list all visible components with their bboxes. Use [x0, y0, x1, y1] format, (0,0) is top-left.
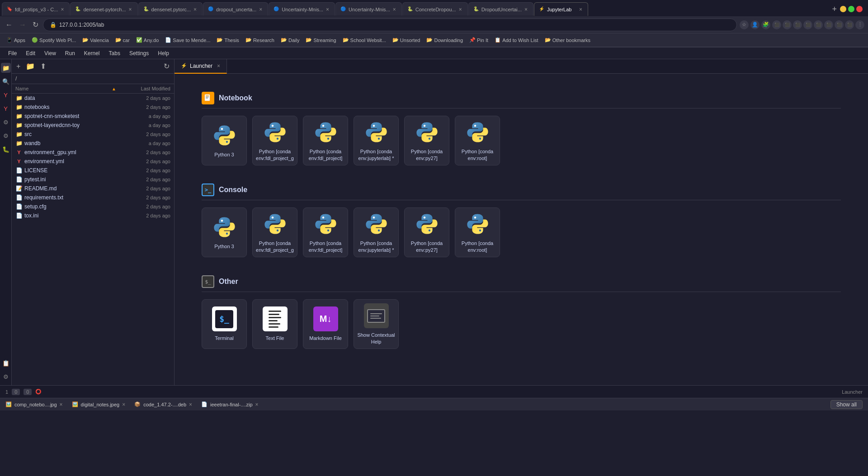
other-item-card-markdown[interactable]: M↓ Markdown File [303, 299, 348, 349]
show-all-button[interactable]: Show all [830, 400, 863, 409]
bookmark-item-10[interactable]: 📂School Websit... [340, 36, 389, 44]
browser-tab-t9[interactable]: ⚡ JupyterLab × [534, 2, 588, 16]
minimize-button[interactable] [840, 6, 846, 12]
notebook-kernel-card[interactable]: Python [conda env:fdl_project_g [252, 116, 297, 165]
maximize-button[interactable] [848, 6, 854, 12]
download-item-close[interactable]: × [122, 401, 125, 408]
close-window-button[interactable] [856, 6, 863, 12]
sidebar-icon-bottom2[interactable]: ⚙ [1, 372, 11, 382]
file-row[interactable]: Y environment.yml 2 days ago [12, 157, 174, 166]
browser-tab-t7[interactable]: 🐍 ConcreteDropou... × [402, 2, 468, 16]
profile-icon[interactable]: 👤 [750, 20, 760, 29]
bookmark-item-11[interactable]: 📂Unsorted [390, 36, 423, 44]
new-tab-button[interactable]: + [829, 5, 840, 14]
file-row[interactable]: 📁 notebooks 2 days ago [12, 103, 174, 112]
bookmark-item-12[interactable]: 📂Downloading [424, 36, 466, 44]
nav-extra-1[interactable]: ⬛ [772, 20, 781, 29]
notebook-kernel-card[interactable]: Python [conda env:root] [455, 116, 500, 165]
console-kernel-card[interactable]: Python 3 [202, 207, 247, 257]
tab-close-button[interactable]: × [193, 6, 198, 13]
browser-tab-t6[interactable]: 🔵 Uncertainty-Mnis... × [335, 2, 402, 16]
new-folder-button[interactable]: 📁 [24, 61, 37, 71]
bookmark-item-5[interactable]: 📄Save to Mende... [162, 36, 213, 44]
file-row[interactable]: 📁 spotnet-layeredcnn-toy a day ago [12, 121, 174, 130]
other-item-card-help[interactable]: Show Contextual Help [354, 299, 399, 349]
menu-item-file[interactable]: File [4, 49, 21, 58]
file-row[interactable]: 📄 requirements.txt 2 days ago [12, 193, 174, 202]
settings-icon[interactable]: ⋮ [855, 20, 864, 29]
file-row[interactable]: Y environment_gpu.yml 2 days ago [12, 148, 174, 157]
notebook-kernel-card[interactable]: Python [conda env:py27] [404, 116, 449, 165]
nav-extra-3[interactable]: ⬛ [793, 20, 802, 29]
menu-item-settings[interactable]: Settings [125, 49, 153, 58]
extensions-icon[interactable]: 🧩 [761, 20, 770, 29]
nav-extra-6[interactable]: ⬛ [824, 20, 833, 29]
menu-item-edit[interactable]: Edit [21, 49, 40, 58]
bookmark-item-8[interactable]: 📂Daily [278, 36, 302, 44]
nav-extra-7[interactable]: ⬛ [835, 20, 844, 29]
bookmark-item-2[interactable]: 📂Valencia [80, 36, 111, 44]
url-bar[interactable]: 🔒 127.0.0.1:2005/lab [43, 19, 737, 31]
file-row[interactable]: 📄 pytest.ini 2 days ago [12, 175, 174, 184]
file-header[interactable]: Name ▲ Last Modified [12, 84, 174, 94]
menu-item-help[interactable]: Help [153, 49, 174, 58]
sidebar-icon-search[interactable]: 🔍 [1, 76, 11, 86]
bookmark-item-15[interactable]: 📂Other bookmarks [542, 36, 593, 44]
tab-close-button[interactable]: × [258, 6, 263, 13]
menu-item-tabs[interactable]: Tabs [104, 49, 125, 58]
console-kernel-card[interactable]: Python [conda env:py27] [404, 207, 449, 257]
reload-button[interactable]: ↻ [31, 19, 40, 30]
tab-close-button[interactable]: × [524, 6, 528, 13]
tab-close-button[interactable]: × [392, 6, 397, 13]
browser-tab-t8[interactable]: 🐍 DropoutUncertai... × [468, 2, 533, 16]
nav-extra-5[interactable]: ⬛ [814, 20, 823, 29]
new-file-button[interactable]: + [14, 61, 22, 71]
browser-tab-t4[interactable]: 🔵 dropout_uncerta... × [203, 2, 268, 16]
bookmark-star-icon[interactable]: ☆ [740, 20, 749, 29]
bookmark-item-6[interactable]: 📂Thesis [214, 36, 241, 44]
bookmark-item-9[interactable]: 📂Streaming [303, 36, 339, 44]
bookmark-item-1[interactable]: 🟢Spotify Web Pl... [29, 36, 79, 44]
download-item-close[interactable]: × [60, 401, 63, 408]
download-item-close[interactable]: × [189, 401, 192, 408]
sidebar-icon-git[interactable]: Y [1, 90, 11, 100]
bookmark-item-0[interactable]: 📱Apps [4, 36, 28, 44]
launcher-tab-close[interactable]: × [217, 63, 220, 69]
tab-close-button[interactable]: × [325, 6, 330, 13]
bookmark-item-3[interactable]: 📂car [113, 36, 132, 44]
sidebar-icon-bottom1[interactable]: 📋 [1, 358, 11, 368]
back-button[interactable]: ← [4, 20, 14, 30]
browser-tab-t3[interactable]: 🐍 densenet.pytorc... × [138, 2, 203, 16]
file-row[interactable]: 📄 LICENSE 2 days ago [12, 166, 174, 175]
launcher-tab[interactable]: ⚡ Launcher × [175, 59, 227, 74]
sidebar-icon-files[interactable]: 📁 [1, 63, 11, 73]
tab-close-button[interactable]: × [458, 6, 463, 13]
nav-extra-2[interactable]: ⬛ [783, 20, 792, 29]
sidebar-icon-extensions[interactable]: ⚙ [1, 131, 11, 141]
upload-button[interactable]: ⬆ [38, 61, 48, 71]
browser-tab-t1[interactable]: 🔖 fdl_protips_v3 - C... × [2, 2, 70, 16]
browser-tab-t2[interactable]: 🐍 densenet-pytorch... × [70, 2, 137, 16]
sidebar-icon-build[interactable]: ⚙ [1, 117, 11, 127]
file-row[interactable]: 📁 src 2 days ago [12, 130, 174, 139]
file-row[interactable]: 📄 setup.cfg 2 days ago [12, 202, 174, 211]
nav-extra-8[interactable]: ⬛ [845, 20, 854, 29]
bookmark-item-14[interactable]: 📋Add to Wish List [492, 36, 541, 44]
tab-close-button[interactable]: × [578, 6, 583, 13]
console-kernel-card[interactable]: Python [conda env:fdl_project] [303, 207, 348, 257]
tab-close-button[interactable]: × [128, 6, 133, 13]
browser-tab-t5[interactable]: 🔵 Uncertainty-Mnis... × [269, 2, 335, 16]
file-row[interactable]: 📄 tox.ini 2 days ago [12, 211, 174, 220]
console-kernel-card[interactable]: Python [conda env:fdl_project_g [252, 207, 297, 257]
bookmark-item-4[interactable]: ✅Any.do [133, 36, 161, 44]
console-kernel-card[interactable]: Python [conda env:root] [455, 207, 500, 257]
menu-item-view[interactable]: View [40, 49, 61, 58]
refresh-button[interactable]: ↻ [162, 61, 171, 71]
file-row[interactable]: 📁 spotnet-cnn-smoketest a day ago [12, 112, 174, 121]
menu-item-kernel[interactable]: Kernel [80, 49, 104, 58]
file-row[interactable]: 📁 data 2 days ago [12, 94, 174, 103]
nav-extra-4[interactable]: ⬛ [803, 20, 812, 29]
tab-close-button[interactable]: × [60, 6, 65, 13]
sidebar-icon-git2[interactable]: Y [1, 104, 11, 113]
bookmark-item-13[interactable]: 📌Pin It [467, 36, 491, 44]
